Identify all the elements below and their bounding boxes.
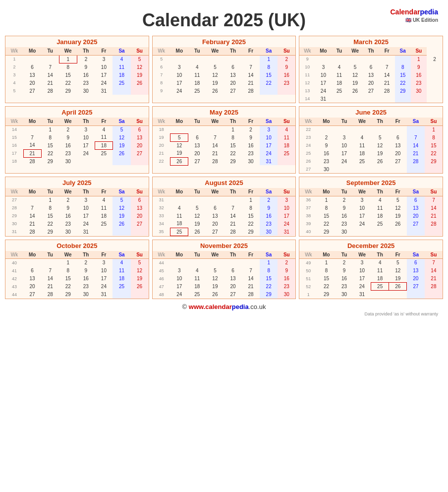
day-cell bbox=[425, 228, 443, 236]
day-header-tu: Tu bbox=[335, 118, 353, 125]
day-cell: 17 bbox=[335, 149, 353, 157]
day-cell: 13 bbox=[131, 133, 149, 141]
day-header-we: We bbox=[59, 251, 77, 259]
week-row: 232345678 bbox=[299, 133, 443, 141]
day-cell: 4 bbox=[188, 267, 206, 275]
day-cell: 14 bbox=[242, 275, 260, 283]
day-cell bbox=[407, 125, 425, 133]
day-header-tu: Tu bbox=[188, 47, 206, 55]
week-row: 5222232425262728 bbox=[299, 283, 443, 291]
day-cell: 26 bbox=[188, 228, 206, 236]
day-cell: 20 bbox=[407, 275, 425, 283]
month-title-0: January 2025 bbox=[5, 36, 149, 47]
day-cell: 29 bbox=[59, 87, 77, 95]
week-row: 249101112131415 bbox=[299, 141, 443, 149]
day-cell: 19 bbox=[371, 149, 389, 157]
day-cell: 27 bbox=[407, 220, 425, 228]
day-cell: 4 bbox=[331, 63, 347, 71]
day-cell: 16 bbox=[242, 141, 260, 149]
day-cell: 4 bbox=[353, 133, 371, 141]
day-cell: 22 bbox=[41, 149, 59, 157]
day-cell: 22 bbox=[395, 79, 411, 87]
day-cell: 26 bbox=[112, 220, 130, 228]
day-cell: 23 bbox=[278, 283, 295, 291]
day-header-su: Su bbox=[411, 47, 427, 55]
wk-number: 36 bbox=[299, 196, 317, 204]
day-header-we: We bbox=[206, 188, 224, 196]
month-title-1: February 2025 bbox=[153, 36, 296, 47]
day-cell: 2 bbox=[335, 196, 353, 204]
day-cell: 4 bbox=[278, 125, 295, 133]
day-cell: 29 bbox=[59, 291, 77, 299]
day-cell: 19 bbox=[188, 220, 206, 228]
day-cell: 11 bbox=[170, 212, 188, 220]
month-title-2: March 2025 bbox=[299, 36, 443, 47]
day-cell: 15 bbox=[260, 275, 278, 283]
day-cell: 28 bbox=[242, 291, 260, 299]
day-cell: 4 bbox=[112, 55, 130, 63]
day-cell: 21 bbox=[206, 149, 224, 157]
day-cell: 13 bbox=[407, 267, 425, 275]
week-row: 3418192021222324 bbox=[153, 220, 296, 228]
day-cell: 3 bbox=[77, 196, 95, 204]
day-cell: 8 bbox=[395, 63, 411, 71]
wk-number: 30 bbox=[5, 220, 23, 228]
day-cell: 15 bbox=[224, 141, 242, 149]
day-cell: 15 bbox=[317, 275, 335, 283]
day-header-mo: Mo bbox=[170, 118, 188, 125]
day-cell: 28 bbox=[224, 228, 242, 236]
day-cell: 6 bbox=[131, 196, 149, 204]
day-cell: 23 bbox=[278, 79, 295, 87]
day-cell: 30 bbox=[59, 157, 77, 165]
week-row: 710111213141516 bbox=[153, 71, 296, 79]
day-cell: 14 bbox=[425, 204, 443, 212]
wk-number: 19 bbox=[153, 133, 170, 141]
day-cell: 16 bbox=[59, 212, 77, 220]
day-cell: 2 bbox=[242, 125, 260, 133]
week-row: 2119202122232425 bbox=[153, 149, 296, 157]
day-cell bbox=[131, 87, 149, 95]
day-cell: 3 bbox=[353, 196, 371, 204]
day-cell: 3 bbox=[95, 55, 112, 63]
logo-pedia-text: pedia bbox=[420, 8, 438, 16]
day-cell bbox=[23, 259, 41, 267]
day-cell: 3 bbox=[170, 63, 188, 71]
month-title-3: April 2025 bbox=[5, 107, 149, 118]
day-cell: 10 bbox=[260, 133, 278, 141]
day-cell: 30 bbox=[317, 165, 335, 173]
day-cell bbox=[23, 55, 41, 63]
day-cell: 19 bbox=[206, 79, 224, 87]
month-title-8: September 2025 bbox=[299, 177, 443, 188]
day-cell: 12 bbox=[131, 63, 149, 71]
wk-number: 24 bbox=[299, 141, 317, 149]
day-header-mo: Mo bbox=[23, 188, 41, 196]
wk-number: 9 bbox=[299, 55, 315, 63]
wk-number: 35 bbox=[153, 228, 170, 236]
day-cell: 29 bbox=[41, 157, 59, 165]
day-header-th: Th bbox=[224, 118, 242, 125]
day-cell: 18 bbox=[188, 79, 206, 87]
day-cell: 10 bbox=[77, 133, 95, 141]
day-cell: 7 bbox=[242, 63, 260, 71]
day-cell: 20 bbox=[131, 141, 149, 149]
day-cell: 23 bbox=[317, 157, 335, 165]
day-cell: 6 bbox=[224, 63, 242, 71]
day-cell: 28 bbox=[23, 228, 41, 236]
day-cell: 15 bbox=[41, 212, 59, 220]
week-row: 52728293031 bbox=[5, 87, 149, 95]
day-header-we: We bbox=[353, 251, 371, 259]
day-cell: 2 bbox=[278, 259, 295, 267]
day-cell bbox=[278, 157, 295, 165]
day-cell: 28 bbox=[41, 87, 59, 95]
week-row: 26789101112 bbox=[5, 63, 149, 71]
day-cell: 22 bbox=[242, 220, 260, 228]
day-cell: 30 bbox=[411, 87, 427, 95]
day-cell: 1 bbox=[260, 259, 278, 267]
day-cell: 25 bbox=[331, 87, 347, 95]
day-cell: 30 bbox=[278, 291, 295, 299]
week-row: 2730 bbox=[299, 165, 443, 173]
day-cell: 25 bbox=[188, 291, 206, 299]
day-cell: 22 bbox=[260, 283, 278, 291]
day-cell: 17 bbox=[353, 212, 371, 220]
week-row: 4824252627282930 bbox=[153, 291, 296, 299]
